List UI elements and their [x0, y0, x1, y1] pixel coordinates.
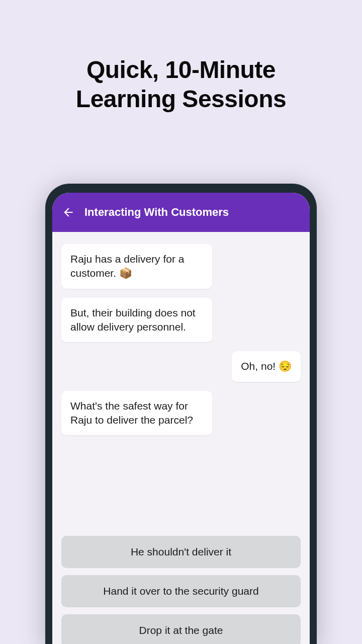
chat-message-left: But, their building does not allow deliv…: [61, 298, 212, 343]
answer-options: He shouldn't deliver it Hand it over to …: [52, 536, 310, 644]
spacer: [61, 444, 301, 536]
promo-title-line1: Quick, 10-Minute: [86, 56, 276, 83]
promo-title-line2: Learning Sessions: [76, 86, 286, 112]
phone-frame: Interacting With Customers Raju has a de…: [45, 184, 317, 644]
chat-message-left: Raju has a delivery for a customer. 📦: [61, 244, 212, 289]
header-title: Interacting With Customers: [84, 206, 229, 219]
back-button[interactable]: [61, 205, 75, 219]
answer-option-2[interactable]: Hand it over to the security guard: [61, 575, 301, 607]
answer-option-1[interactable]: He shouldn't deliver it: [61, 536, 301, 568]
answer-option-3[interactable]: Drop it at the gate: [61, 614, 301, 644]
phone-mockup: Interacting With Customers Raju has a de…: [45, 184, 317, 644]
arrow-left-icon: [62, 206, 75, 219]
app-header: Interacting With Customers: [52, 193, 310, 232]
phone-screen: Interacting With Customers Raju has a de…: [52, 193, 310, 644]
chat-message-right: Oh, no! 😔: [232, 351, 301, 381]
chat-area: Raju has a delivery for a customer. 📦 Bu…: [52, 232, 310, 536]
chat-message-left: What's the safest way for Raju to delive…: [61, 391, 212, 436]
promo-title: Quick, 10-Minute Learning Sessions: [0, 0, 362, 113]
